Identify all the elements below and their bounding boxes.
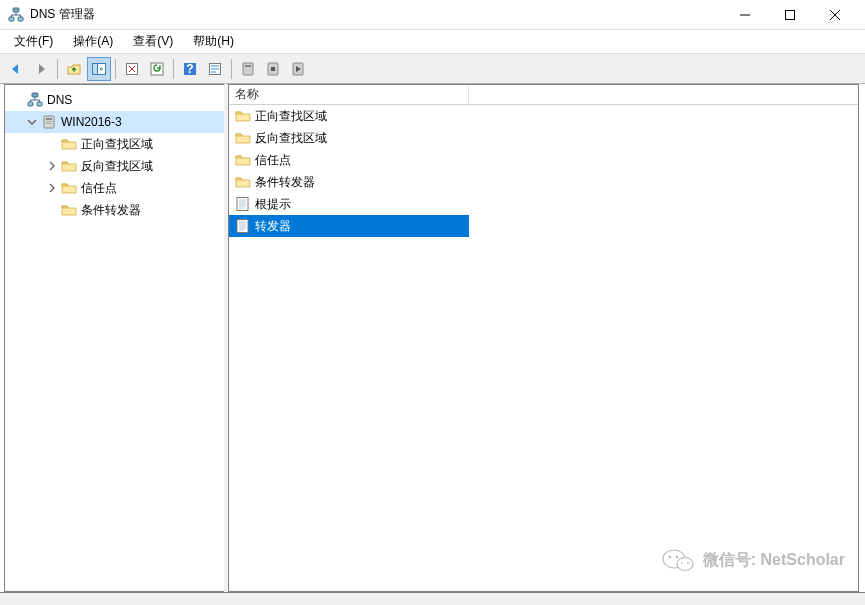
list-item[interactable]: 根提示 [229,193,469,215]
refresh-button[interactable] [145,57,169,81]
tree-node-child[interactable]: 条件转发器 [5,199,224,221]
console-tree[interactable]: DNS WIN2016-3 正向查找区域反向查找区 [5,89,224,221]
svg-rect-21 [46,121,52,122]
chevron-right-icon[interactable] [45,181,59,195]
svg-rect-3 [785,10,794,19]
minimize-button[interactable] [722,0,767,30]
list-item[interactable]: 条件转发器 [229,171,469,193]
svg-rect-2 [18,17,23,21]
folder-icon [235,130,251,146]
wechat-icon [661,545,695,575]
body-panes: DNS WIN2016-3 正向查找区域反向查找区 [0,84,865,593]
up-button[interactable] [62,57,86,81]
folder-icon [235,174,251,190]
delete-button[interactable] [120,57,144,81]
svg-rect-16 [32,93,38,97]
forward-button[interactable] [29,57,53,81]
folder-icon [61,180,77,196]
titlebar: DNS 管理器 [0,0,865,30]
back-button[interactable] [4,57,28,81]
svg-rect-20 [46,118,52,120]
help-button[interactable]: ? [178,57,202,81]
svg-rect-22 [46,123,52,124]
tree-label: WIN2016-3 [61,115,122,129]
menu-file[interactable]: 文件(F) [4,30,63,53]
list-item[interactable]: 信任点 [229,149,469,171]
tree-node-dns-root[interactable]: DNS [5,89,224,111]
tree-pane[interactable]: DNS WIN2016-3 正向查找区域反向查找区 [4,84,224,592]
list-item-label: 正向查找区域 [255,108,327,125]
svg-rect-14 [271,67,275,71]
svg-rect-5 [93,63,98,74]
menu-view[interactable]: 查看(V) [123,30,183,53]
folder-icon [61,202,77,218]
chevron-right-icon[interactable] [45,159,59,173]
chevron-down-icon[interactable] [25,115,39,129]
maximize-button[interactable] [767,0,812,30]
folder-icon [235,108,251,124]
toolbar-separator [173,59,174,79]
list-item-label: 信任点 [255,152,291,169]
svg-rect-11 [243,63,253,75]
list-item-label: 转发器 [255,218,291,235]
svg-text:?: ? [186,62,193,76]
svg-rect-12 [245,65,251,67]
list-item-label: 条件转发器 [255,174,315,191]
server-icon [41,114,57,130]
tree-node-child[interactable]: 反向查找区域 [5,155,224,177]
menu-action[interactable]: 操作(A) [63,30,123,53]
list-item[interactable]: 反向查找区域 [229,127,469,149]
list-item[interactable]: 转发器 [229,215,469,237]
toolbar-separator [115,59,116,79]
column-header-name[interactable]: 名称 [229,85,469,104]
app-icon [8,7,24,23]
new-server-button[interactable] [236,57,260,81]
svg-rect-1 [9,17,14,21]
column-header-row: 名称 [229,85,858,105]
folder-icon [235,152,251,168]
folder-icon [61,136,77,152]
list-pane[interactable]: 名称 正向查找区域反向查找区域信任点条件转发器根提示转发器 [228,84,859,592]
toolbar-separator [231,59,232,79]
tree-node-child[interactable]: 信任点 [5,177,224,199]
svg-point-26 [675,556,678,559]
list-item-label: 反向查找区域 [255,130,327,147]
svg-rect-0 [13,8,19,12]
tree-label: 反向查找区域 [81,158,153,175]
svg-point-24 [677,558,693,571]
tree-label: 正向查找区域 [81,136,153,153]
svg-rect-17 [28,102,33,106]
list-item-label: 根提示 [255,196,291,213]
watermark-text: 微信号: NetScholar [703,550,845,571]
svg-rect-18 [37,102,42,106]
sheet-icon [235,218,251,234]
list-item[interactable]: 正向查找区域 [229,105,469,127]
tree-label: 条件转发器 [81,202,141,219]
svg-point-27 [681,562,683,564]
status-strip [0,593,865,605]
toolbar: ? [0,54,865,84]
window-controls [722,0,857,30]
tree-label: 信任点 [81,180,117,197]
tree-node-child[interactable]: 正向查找区域 [5,133,224,155]
stop-button[interactable] [261,57,285,81]
menubar: 文件(F) 操作(A) 查看(V) 帮助(H) [0,30,865,54]
tree-node-server[interactable]: WIN2016-3 [5,111,224,133]
window-title: DNS 管理器 [30,6,722,23]
tree-label: DNS [47,93,72,107]
svg-point-28 [687,562,689,564]
start-button[interactable] [286,57,310,81]
show-hide-tree-button[interactable] [87,57,111,81]
svg-point-25 [668,556,671,559]
dns-icon [27,92,43,108]
list-items: 正向查找区域反向查找区域信任点条件转发器根提示转发器 [229,105,858,237]
properties-button[interactable] [203,57,227,81]
toolbar-separator [57,59,58,79]
sheet-icon [235,196,251,212]
watermark: 微信号: NetScholar [661,545,845,575]
folder-icon [61,158,77,174]
close-button[interactable] [812,0,857,30]
menu-help[interactable]: 帮助(H) [183,30,244,53]
